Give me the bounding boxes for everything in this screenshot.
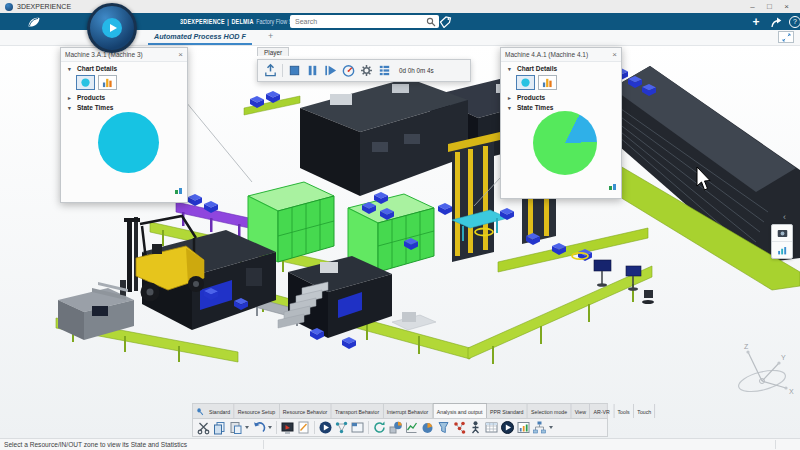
- cut-icon[interactable]: [196, 420, 211, 435]
- collapse-chevron-icon[interactable]: ‹: [783, 213, 786, 222]
- simulation-elapsed-time: 0d 0h 0m 4s: [399, 67, 434, 74]
- state-times-section[interactable]: ▾ State Times: [501, 101, 621, 111]
- chart-details-section[interactable]: ▾ Chart Details: [501, 62, 621, 72]
- document-tab[interactable]: Automated Process HOD F: [148, 30, 252, 45]
- line-chart-icon[interactable]: [404, 420, 419, 435]
- pin-icon[interactable]: [196, 404, 204, 418]
- ribbon-tab-ar-vr[interactable]: AR-VR: [590, 404, 614, 418]
- chart-type-bar-button[interactable]: [98, 75, 117, 90]
- brand-name: 3DEXPERIENCE: [180, 18, 225, 25]
- pause-button[interactable]: [304, 62, 321, 79]
- player-panel: Player: [257, 41, 471, 82]
- player-run-icon[interactable]: [500, 420, 515, 435]
- toolbar-separator: [276, 421, 277, 434]
- data-table-icon[interactable]: [484, 420, 499, 435]
- chart-resize-icon[interactable]: [609, 176, 617, 194]
- chart-type-pie-button[interactable]: [516, 75, 535, 90]
- refresh-icon[interactable]: [372, 420, 387, 435]
- app-name: DELMIA: [231, 18, 253, 25]
- ribbon-tab-interrupt-behavior[interactable]: Interrupt Behavior: [383, 404, 432, 418]
- sketch-icon[interactable]: [296, 420, 311, 435]
- ribbon-tab-resource-setup[interactable]: Resource Setup: [234, 404, 279, 418]
- chevron-down-icon: ▾: [68, 66, 74, 72]
- axis-z-label: Z: [744, 343, 749, 350]
- app-badge[interactable]: [87, 3, 137, 53]
- paste-icon[interactable]: [228, 420, 243, 435]
- chart-resize-icon[interactable]: [175, 180, 183, 198]
- play-button[interactable]: [322, 62, 339, 79]
- ribbon-tab-ppr-standard[interactable]: PPR Standard: [487, 404, 528, 418]
- ribbon-tab-tools[interactable]: Tools: [614, 404, 634, 418]
- dropdown-caret-icon[interactable]: [268, 426, 272, 429]
- pie-chart-icon[interactable]: [420, 420, 435, 435]
- add-tab-button[interactable]: +: [268, 31, 273, 41]
- stop-button[interactable]: [286, 62, 303, 79]
- share-button[interactable]: [768, 13, 784, 30]
- status-separator: [775, 440, 776, 449]
- close-icon[interactable]: ×: [612, 51, 617, 59]
- hierarchy-icon[interactable]: [532, 420, 547, 435]
- statistics-list-button[interactable]: [376, 62, 393, 79]
- chart-details-section[interactable]: ▾ Chart Details: [61, 62, 187, 72]
- play-app-icon: [102, 18, 122, 38]
- chevron-right-icon: ▸: [68, 95, 74, 101]
- minimize-button[interactable]: –: [744, 0, 761, 13]
- ribbon-tab-resource-behavior[interactable]: Resource Behavior: [279, 404, 331, 418]
- products-section[interactable]: ▸ Products: [501, 91, 621, 101]
- application-window: Z Y X 3DEXPERIENCE – □ × 3DEXPERIENCE | …: [0, 0, 800, 450]
- help-button[interactable]: ?: [787, 13, 800, 30]
- flow-network-icon[interactable]: [334, 420, 349, 435]
- capture-icon[interactable]: [772, 225, 792, 241]
- axis-y-label: Y: [781, 354, 786, 361]
- settings-gear-icon[interactable]: [358, 62, 375, 79]
- copy-icon[interactable]: [212, 420, 227, 435]
- add-content-button[interactable]: +: [748, 13, 764, 30]
- undo-icon[interactable]: [251, 420, 266, 435]
- brand-divider: |: [227, 18, 229, 25]
- dropdown-caret-icon[interactable]: [549, 426, 553, 429]
- ribbon-tab-analysis-and-output[interactable]: Analysis and output: [433, 403, 487, 418]
- ergonomics-icon[interactable]: [468, 420, 483, 435]
- ribbon-tab-selection-mode[interactable]: Selection mode: [528, 404, 572, 418]
- experiment-network-icon[interactable]: [452, 420, 467, 435]
- speed-gauge-button[interactable]: [340, 62, 357, 79]
- player-panel-tab[interactable]: Player: [257, 47, 289, 56]
- ribbon-tab-touch[interactable]: Touch: [634, 404, 656, 418]
- dashboard-icon[interactable]: [516, 420, 531, 435]
- status-bar: Select a Resource/IN/OUT zone to view it…: [0, 438, 800, 450]
- status-separator: [263, 440, 264, 449]
- state-times-section[interactable]: ▾ State Times: [61, 101, 187, 111]
- ribbon-tab-standard[interactable]: Standard: [206, 404, 235, 418]
- toolbar-separator: [368, 421, 369, 434]
- products-section[interactable]: ▸ Products: [61, 91, 187, 101]
- chevron-right-icon: ▸: [508, 95, 514, 101]
- close-icon[interactable]: ×: [178, 51, 183, 59]
- maximize-button[interactable]: □: [761, 0, 778, 13]
- search-icon[interactable]: [426, 17, 436, 27]
- chevron-down-icon: ▾: [508, 66, 514, 72]
- 3ds-compass-icon[interactable]: [26, 14, 42, 33]
- tag-icon[interactable]: [437, 13, 453, 30]
- run-simulation-icon[interactable]: [318, 420, 333, 435]
- graph-icon[interactable]: [772, 241, 792, 258]
- probe-icon[interactable]: [436, 420, 451, 435]
- ribbon-toolbar: [192, 418, 608, 437]
- chevron-down-icon: ▾: [68, 105, 74, 111]
- ribbon-tab-view[interactable]: View: [571, 404, 590, 418]
- close-button[interactable]: ×: [778, 0, 795, 13]
- viewport-icon[interactable]: [350, 420, 365, 435]
- export-results-button[interactable]: [262, 62, 279, 79]
- panel-title: Machine 3.A.1 (Machine 3): [65, 51, 143, 58]
- chart-type-pie-button[interactable]: [76, 75, 95, 90]
- search-input[interactable]: [293, 17, 426, 26]
- machine-3-stats-panel: Machine 3.A.1 (Machine 3) × ▾ Chart Deta…: [60, 47, 188, 203]
- state-times-pie-chart: [533, 111, 597, 175]
- chart-type-bar-button[interactable]: [538, 75, 557, 90]
- screen-capture-icon[interactable]: [280, 420, 295, 435]
- dropdown-caret-icon[interactable]: [245, 426, 249, 429]
- ribbon-tab-transport-behavior[interactable]: Transport Behavior: [332, 404, 384, 418]
- toolbar-separator: [314, 421, 315, 434]
- statistics-cube-icon[interactable]: [388, 420, 403, 435]
- search-box: [290, 15, 439, 28]
- expand-viewport-icon[interactable]: [778, 31, 794, 43]
